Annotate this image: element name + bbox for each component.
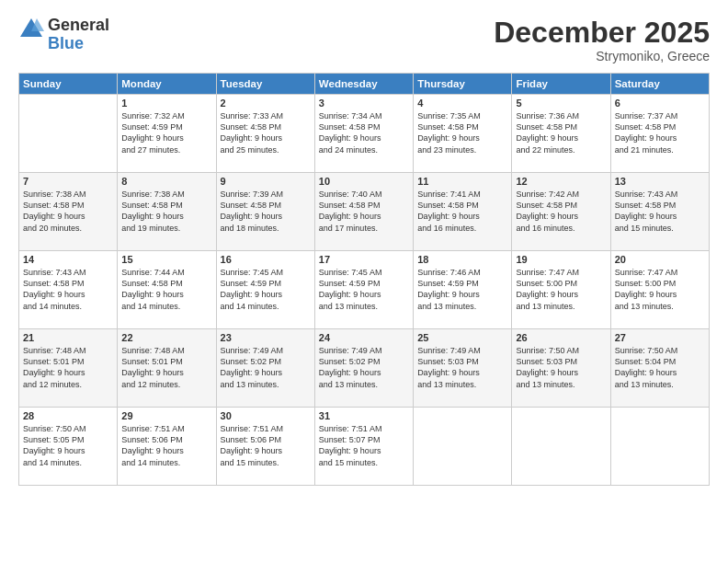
week-row-0: 1Sunrise: 7:32 AM Sunset: 4:59 PM Daylig… xyxy=(19,95,710,173)
weekday-header-thursday: Thursday xyxy=(414,74,512,95)
calendar-cell: 18Sunrise: 7:46 AM Sunset: 4:59 PM Dayli… xyxy=(414,251,512,329)
calendar-cell: 31Sunrise: 7:51 AM Sunset: 5:07 PM Dayli… xyxy=(314,408,413,486)
day-info: Sunrise: 7:49 AM Sunset: 5:03 PM Dayligh… xyxy=(417,345,507,390)
day-number: 8 xyxy=(121,176,211,187)
calendar-cell: 9Sunrise: 7:39 AM Sunset: 4:58 PM Daylig… xyxy=(216,173,314,251)
day-info: Sunrise: 7:50 AM Sunset: 5:04 PM Dayligh… xyxy=(615,345,705,390)
day-number: 25 xyxy=(417,332,507,343)
calendar-cell: 8Sunrise: 7:38 AM Sunset: 4:58 PM Daylig… xyxy=(118,173,216,251)
day-info: Sunrise: 7:46 AM Sunset: 4:59 PM Dayligh… xyxy=(417,267,507,312)
day-number: 2 xyxy=(221,98,311,109)
day-info: Sunrise: 7:45 AM Sunset: 4:59 PM Dayligh… xyxy=(221,267,311,312)
day-info: Sunrise: 7:45 AM Sunset: 4:59 PM Dayligh… xyxy=(319,267,409,312)
calendar-cell: 23Sunrise: 7:49 AM Sunset: 5:02 PM Dayli… xyxy=(216,329,314,408)
day-number: 29 xyxy=(121,410,211,421)
calendar-cell: 13Sunrise: 7:43 AM Sunset: 4:58 PM Dayli… xyxy=(610,173,709,251)
day-info: Sunrise: 7:50 AM Sunset: 5:05 PM Dayligh… xyxy=(23,423,113,468)
day-info: Sunrise: 7:37 AM Sunset: 4:58 PM Dayligh… xyxy=(615,110,705,155)
day-number: 14 xyxy=(23,254,113,265)
day-number: 12 xyxy=(516,176,606,187)
calendar-cell: 26Sunrise: 7:50 AM Sunset: 5:03 PM Dayli… xyxy=(512,329,610,408)
day-number: 1 xyxy=(121,98,211,109)
weekday-header-tuesday: Tuesday xyxy=(216,74,314,95)
day-number: 7 xyxy=(23,176,113,187)
day-number: 4 xyxy=(417,98,507,109)
day-number: 6 xyxy=(615,98,705,109)
weekday-header-saturday: Saturday xyxy=(610,74,709,95)
day-number: 22 xyxy=(121,332,211,343)
calendar-cell: 20Sunrise: 7:47 AM Sunset: 5:00 PM Dayli… xyxy=(610,251,709,329)
day-info: Sunrise: 7:35 AM Sunset: 4:58 PM Dayligh… xyxy=(417,110,507,155)
day-number: 13 xyxy=(615,176,705,187)
calendar-cell: 21Sunrise: 7:48 AM Sunset: 5:01 PM Dayli… xyxy=(19,329,118,408)
calendar-cell: 30Sunrise: 7:51 AM Sunset: 5:06 PM Dayli… xyxy=(216,408,314,486)
day-info: Sunrise: 7:34 AM Sunset: 4:58 PM Dayligh… xyxy=(319,110,409,155)
calendar-cell: 29Sunrise: 7:51 AM Sunset: 5:06 PM Dayli… xyxy=(118,408,216,486)
calendar-cell: 4Sunrise: 7:35 AM Sunset: 4:58 PM Daylig… xyxy=(414,95,512,173)
day-number: 15 xyxy=(121,254,211,265)
day-number: 17 xyxy=(319,254,409,265)
week-row-2: 14Sunrise: 7:43 AM Sunset: 4:58 PM Dayli… xyxy=(19,251,710,329)
weekday-header-monday: Monday xyxy=(118,74,216,95)
weekday-header-sunday: Sunday xyxy=(19,74,118,95)
day-info: Sunrise: 7:40 AM Sunset: 4:58 PM Dayligh… xyxy=(319,189,409,234)
day-info: Sunrise: 7:33 AM Sunset: 4:58 PM Dayligh… xyxy=(221,110,311,155)
day-number: 24 xyxy=(319,332,409,343)
day-number: 19 xyxy=(516,254,606,265)
weekday-header-wednesday: Wednesday xyxy=(314,74,413,95)
calendar-cell xyxy=(19,95,118,173)
calendar-cell: 7Sunrise: 7:38 AM Sunset: 4:58 PM Daylig… xyxy=(19,173,118,251)
day-number: 27 xyxy=(615,332,705,343)
calendar-cell: 5Sunrise: 7:36 AM Sunset: 4:58 PM Daylig… xyxy=(512,95,610,173)
calendar-cell: 2Sunrise: 7:33 AM Sunset: 4:58 PM Daylig… xyxy=(216,95,314,173)
week-row-3: 21Sunrise: 7:48 AM Sunset: 5:01 PM Dayli… xyxy=(19,329,710,408)
day-info: Sunrise: 7:50 AM Sunset: 5:03 PM Dayligh… xyxy=(516,345,606,390)
day-number: 16 xyxy=(221,254,311,265)
calendar-cell xyxy=(512,408,610,486)
page: General Blue December 2025 Strymoniko, G… xyxy=(0,0,728,563)
day-info: Sunrise: 7:39 AM Sunset: 4:58 PM Dayligh… xyxy=(221,189,311,234)
day-info: Sunrise: 7:48 AM Sunset: 5:01 PM Dayligh… xyxy=(23,345,113,390)
calendar-cell: 27Sunrise: 7:50 AM Sunset: 5:04 PM Dayli… xyxy=(610,329,709,408)
weekday-header-friday: Friday xyxy=(512,74,610,95)
logo-icon xyxy=(18,17,44,42)
calendar-cell: 11Sunrise: 7:41 AM Sunset: 4:58 PM Dayli… xyxy=(414,173,512,251)
day-number: 11 xyxy=(417,176,507,187)
day-number: 20 xyxy=(615,254,705,265)
day-number: 5 xyxy=(516,98,606,109)
calendar-cell: 1Sunrise: 7:32 AM Sunset: 4:59 PM Daylig… xyxy=(118,95,216,173)
calendar-cell: 12Sunrise: 7:42 AM Sunset: 4:58 PM Dayli… xyxy=(512,173,610,251)
header: General Blue December 2025 Strymoniko, G… xyxy=(18,17,710,63)
day-info: Sunrise: 7:43 AM Sunset: 4:58 PM Dayligh… xyxy=(23,267,113,312)
calendar-cell: 3Sunrise: 7:34 AM Sunset: 4:58 PM Daylig… xyxy=(314,95,413,173)
calendar-cell: 10Sunrise: 7:40 AM Sunset: 4:58 PM Dayli… xyxy=(314,173,413,251)
calendar-body: 1Sunrise: 7:32 AM Sunset: 4:59 PM Daylig… xyxy=(19,95,710,486)
day-info: Sunrise: 7:51 AM Sunset: 5:06 PM Dayligh… xyxy=(121,423,211,468)
day-info: Sunrise: 7:36 AM Sunset: 4:58 PM Dayligh… xyxy=(516,110,606,155)
calendar-cell: 17Sunrise: 7:45 AM Sunset: 4:59 PM Dayli… xyxy=(314,251,413,329)
calendar-cell: 14Sunrise: 7:43 AM Sunset: 4:58 PM Dayli… xyxy=(19,251,118,329)
day-number: 28 xyxy=(23,410,113,421)
calendar-cell: 22Sunrise: 7:48 AM Sunset: 5:01 PM Dayli… xyxy=(118,329,216,408)
day-info: Sunrise: 7:51 AM Sunset: 5:06 PM Dayligh… xyxy=(221,423,311,468)
day-info: Sunrise: 7:38 AM Sunset: 4:58 PM Dayligh… xyxy=(23,189,113,234)
week-row-1: 7Sunrise: 7:38 AM Sunset: 4:58 PM Daylig… xyxy=(19,173,710,251)
logo: General Blue xyxy=(18,17,109,53)
day-info: Sunrise: 7:42 AM Sunset: 4:58 PM Dayligh… xyxy=(516,189,606,234)
day-info: Sunrise: 7:44 AM Sunset: 4:58 PM Dayligh… xyxy=(121,267,211,312)
day-info: Sunrise: 7:48 AM Sunset: 5:01 PM Dayligh… xyxy=(121,345,211,390)
day-info: Sunrise: 7:41 AM Sunset: 4:58 PM Dayligh… xyxy=(417,189,507,234)
calendar-cell: 15Sunrise: 7:44 AM Sunset: 4:58 PM Dayli… xyxy=(118,251,216,329)
calendar-cell: 24Sunrise: 7:49 AM Sunset: 5:02 PM Dayli… xyxy=(314,329,413,408)
logo-general-text: General xyxy=(48,17,109,35)
calendar-header: SundayMondayTuesdayWednesdayThursdayFrid… xyxy=(19,74,710,95)
logo-text: General Blue xyxy=(48,17,109,53)
day-info: Sunrise: 7:49 AM Sunset: 5:02 PM Dayligh… xyxy=(319,345,409,390)
day-info: Sunrise: 7:38 AM Sunset: 4:58 PM Dayligh… xyxy=(121,189,211,234)
day-number: 18 xyxy=(417,254,507,265)
day-info: Sunrise: 7:47 AM Sunset: 5:00 PM Dayligh… xyxy=(516,267,606,312)
day-number: 23 xyxy=(221,332,311,343)
month-title: December 2025 xyxy=(494,17,710,49)
day-info: Sunrise: 7:51 AM Sunset: 5:07 PM Dayligh… xyxy=(319,423,409,468)
logo-blue-text: Blue xyxy=(48,35,109,53)
